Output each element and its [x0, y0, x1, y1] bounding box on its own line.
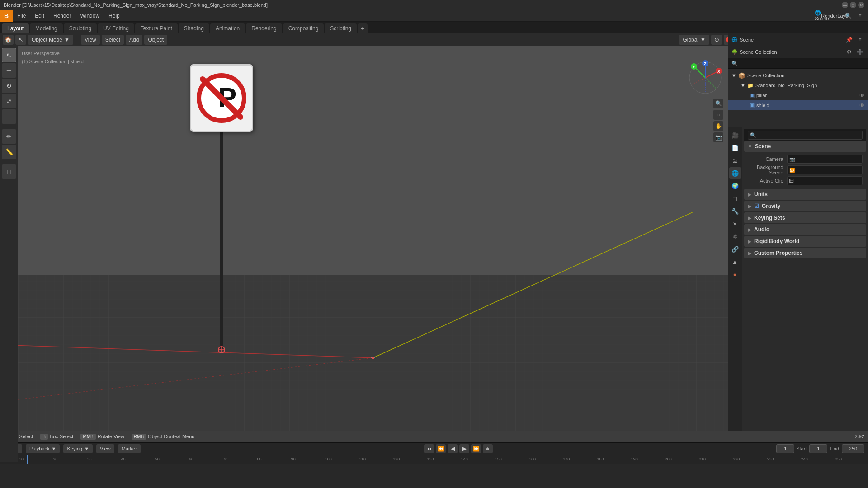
- search-icon[interactable]: 🔍: [844, 11, 853, 20]
- bg-scene-value[interactable]: 🔁: [787, 165, 863, 174]
- tab-uv-editing[interactable]: UV Editing: [98, 23, 134, 33]
- start-frame-input[interactable]: [809, 444, 827, 453]
- menu-file[interactable]: File: [13, 10, 30, 22]
- jump-end-button[interactable]: ⏭: [483, 444, 493, 453]
- menu-edit[interactable]: Edit: [30, 10, 49, 22]
- pin-icon[interactable]: 📌: [844, 35, 854, 44]
- pan-button[interactable]: ✋: [713, 121, 723, 131]
- prop-data[interactable]: ▲: [729, 256, 741, 267]
- tab-sculpting[interactable]: Sculpting: [64, 23, 97, 33]
- object-mode-dropdown[interactable]: Object Mode ▼: [28, 35, 73, 45]
- transform-space[interactable]: Global ▼: [679, 35, 709, 45]
- view-menu[interactable]: View: [81, 35, 100, 45]
- tool-scale[interactable]: ⤢: [2, 94, 16, 108]
- pillar-visibility[interactable]: 👁: [859, 93, 864, 98]
- section-scene-header[interactable]: ▼ Scene: [744, 141, 866, 152]
- prop-constraints[interactable]: 🔗: [729, 243, 741, 255]
- menu-help[interactable]: Help: [104, 10, 124, 22]
- tab-scripting[interactable]: Scripting: [325, 23, 357, 33]
- menu-window[interactable]: Window: [75, 10, 104, 22]
- prop-render[interactable]: 🎥: [729, 129, 741, 141]
- tool-annotate[interactable]: ✏: [2, 129, 16, 144]
- section-custom-props-header[interactable]: ▶ Custom Properties: [744, 248, 866, 258]
- renderlayer-icon[interactable]: RenderLayer: [830, 11, 841, 21]
- outliner-item-sign[interactable]: ▼ 📁 Standard_No_Parking_Sign: [728, 80, 868, 90]
- outliner-add[interactable]: ➕: [855, 47, 864, 56]
- ruler-210: 210: [698, 457, 732, 461]
- cursor-tool[interactable]: ↖: [15, 35, 26, 45]
- maximize-button[interactable]: □: [850, 2, 856, 8]
- tab-animation[interactable]: Animation: [210, 23, 245, 33]
- zoom-in-button[interactable]: 🔍: [713, 99, 723, 108]
- tl-view[interactable]: View: [96, 444, 114, 453]
- section-rigid-body-header[interactable]: ▶ Rigid Body World: [744, 236, 866, 247]
- prop-modifier[interactable]: 🔧: [729, 205, 741, 217]
- prop-content: ▼ Scene Camera 📷 Background Scene 🔁: [742, 127, 868, 442]
- prop-object[interactable]: ◻: [729, 192, 741, 204]
- tab-shading[interactable]: Shading: [179, 23, 209, 33]
- tool-transform[interactable]: ⊹: [2, 109, 16, 124]
- tab-texture-paint[interactable]: Texture Paint: [135, 23, 178, 33]
- filter-icon-right[interactable]: ≡: [855, 35, 864, 44]
- props-search-input[interactable]: [748, 131, 863, 140]
- tab-compositing[interactable]: Compositing: [283, 23, 324, 33]
- filter-icon[interactable]: ≡: [855, 11, 864, 20]
- tool-add-cube[interactable]: □: [2, 164, 16, 179]
- 3d-viewport[interactable]: User Perspective (1) Scene Collection | …: [18, 46, 728, 462]
- tab-rendering[interactable]: Rendering: [246, 23, 282, 33]
- select-menu[interactable]: Select: [102, 35, 124, 45]
- prop-material[interactable]: ●: [729, 268, 741, 280]
- rotate-status: MMB Rotate View: [80, 434, 124, 440]
- timeline-playhead[interactable]: [27, 455, 28, 464]
- jump-start-button[interactable]: ⏮: [424, 444, 434, 453]
- camera-value[interactable]: 📷: [787, 155, 863, 164]
- section-units-header[interactable]: ▶ Units: [744, 189, 866, 200]
- prop-output[interactable]: 📄: [729, 142, 741, 154]
- section-audio-header[interactable]: ▶ Audio: [744, 224, 866, 235]
- axis-gizmo[interactable]: X Y Z: [687, 60, 723, 96]
- outliner-item-pillar[interactable]: ▣ pillar 👁: [728, 90, 868, 100]
- tab-layout[interactable]: Layout: [2, 23, 29, 33]
- pivot-point[interactable]: ⊙: [711, 35, 722, 45]
- play-button[interactable]: ▶: [459, 444, 469, 453]
- window-controls: — □ ✕: [842, 2, 864, 8]
- object-menu[interactable]: Object: [144, 35, 167, 45]
- section-gravity-header[interactable]: ▶ ☑ Gravity: [744, 201, 866, 211]
- blender-icon-home[interactable]: 🏠: [3, 35, 14, 45]
- outliner-item-shield[interactable]: ▣ shield 👁: [728, 100, 868, 110]
- active-clip-value[interactable]: 🎞: [787, 176, 863, 185]
- play-reverse-button[interactable]: ◀: [448, 444, 458, 453]
- current-frame-input[interactable]: [776, 444, 794, 453]
- close-button[interactable]: ✕: [858, 2, 864, 8]
- tl-marker[interactable]: Marker: [118, 444, 141, 453]
- tool-rotate[interactable]: ↻: [2, 79, 16, 93]
- shield-visibility[interactable]: 👁: [859, 103, 864, 108]
- tl-playback[interactable]: Playback ▼: [26, 444, 60, 453]
- prop-viewlayer[interactable]: 🗂: [729, 155, 741, 166]
- prop-particles[interactable]: ✴: [729, 218, 741, 230]
- camera-label: Camera: [748, 156, 783, 162]
- zoom-out-button[interactable]: ↔: [713, 110, 723, 120]
- camera-view-button[interactable]: 📷: [713, 132, 723, 142]
- tool-cursor[interactable]: ↖: [2, 48, 16, 62]
- menu-render[interactable]: Render: [49, 10, 75, 22]
- timeline-track-area[interactable]: 1: [0, 464, 868, 488]
- prop-world[interactable]: 🌍: [729, 180, 741, 192]
- tab-modeling[interactable]: Modeling: [30, 23, 63, 33]
- tool-move[interactable]: ✛: [2, 63, 16, 78]
- end-frame-input[interactable]: [842, 444, 864, 453]
- tool-measure[interactable]: 📏: [2, 145, 16, 159]
- prev-frame-button[interactable]: ⏪: [436, 444, 446, 453]
- outliner-filter[interactable]: ⚙: [844, 47, 854, 56]
- section-keying-sets-header[interactable]: ▶ Keying Sets: [744, 212, 866, 223]
- add-menu[interactable]: Add: [126, 35, 142, 45]
- outliner-search[interactable]: [728, 58, 868, 69]
- add-workspace-button[interactable]: +: [358, 23, 368, 33]
- outliner-item-collection[interactable]: ▼ 📦 Scene Collection: [728, 70, 868, 80]
- gravity-checkbox[interactable]: ☑: [754, 203, 759, 209]
- next-frame-button[interactable]: ⏩: [471, 444, 481, 453]
- prop-scene[interactable]: 🌐: [729, 167, 741, 179]
- tl-keying[interactable]: Keying ▼: [63, 444, 93, 453]
- minimize-button[interactable]: —: [842, 2, 848, 8]
- prop-physics[interactable]: ⚛: [729, 230, 741, 242]
